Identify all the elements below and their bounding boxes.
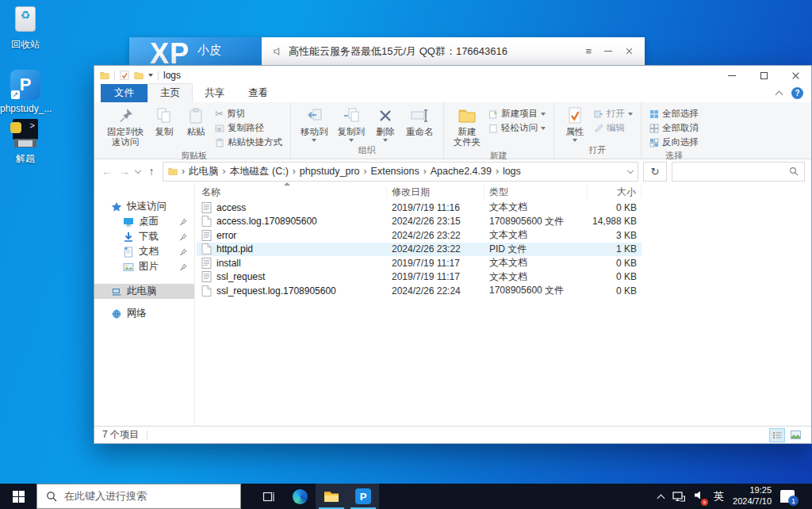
delete-button[interactable]: 删除 <box>370 105 400 144</box>
collapse-ribbon-icon[interactable] <box>776 90 783 98</box>
file-row-highlighted[interactable]: httpd.pid 2024/2/26 23:22PID 文件1 KB <box>197 243 642 257</box>
scissors-icon: ✂ <box>215 109 224 119</box>
sidebar-item-pictures[interactable]: 图片 <box>94 259 194 274</box>
window-title: logs <box>163 70 181 81</box>
file-row[interactable]: access.log.1708905600 2024/2/26 23:15170… <box>197 215 642 229</box>
banner-menu-button[interactable]: ≡ <box>585 45 592 57</box>
input-language-indicator[interactable]: 英 <box>714 489 724 503</box>
file-row[interactable]: install 2019/7/19 11:17文本文档0 KB <box>197 256 642 270</box>
help-icon[interactable]: ? <box>791 87 803 99</box>
breadcrumb-item[interactable]: Extensions <box>371 166 419 177</box>
taskbar-search-input[interactable]: 在此键入进行搜索 <box>36 484 241 509</box>
task-view-button[interactable] <box>252 484 284 509</box>
tab-view[interactable]: 查看 <box>236 84 280 102</box>
file-row[interactable]: access 2019/7/19 11:16文本文档0 KB <box>197 201 642 215</box>
new-item-button[interactable]: 新建项目 <box>486 107 548 121</box>
up-button[interactable]: ↑ <box>145 165 158 178</box>
blank-file-icon <box>201 243 212 254</box>
column-header-type[interactable]: 类型 <box>485 186 588 198</box>
shortcut-arrow-icon: ➚ <box>11 90 20 99</box>
column-header-name[interactable]: 名称 <box>197 186 387 198</box>
qat-properties-icon[interactable] <box>120 71 129 80</box>
sidebar-item-quick-access[interactable]: 快速访问 <box>94 199 194 214</box>
sidebar-item-documents[interactable]: 文档 <box>94 244 194 259</box>
paste-shortcut-button[interactable]: 粘贴快捷方式 <box>213 136 285 149</box>
desktop-icon-recycle-bin[interactable]: ♻ 回收站 <box>0 5 51 52</box>
file-row[interactable]: ssl_request.log.1708905600 2024/2/26 22:… <box>197 284 642 298</box>
ribbon: 固定到快 速访问 复制 粘贴 ✂剪切 W复制路径 粘贴快捷方式 <box>94 102 811 159</box>
minimize-button[interactable] <box>716 66 748 85</box>
open-button[interactable]: 打开 <box>592 107 635 121</box>
address-dropdown-icon[interactable] <box>627 166 634 173</box>
edge-button[interactable] <box>284 484 316 509</box>
pin-to-quick-access-button[interactable]: 固定到快 速访问 <box>103 105 147 149</box>
banner-close-button[interactable] <box>626 48 633 55</box>
close-button[interactable] <box>779 66 811 85</box>
network-tray-icon[interactable] <box>672 492 685 502</box>
desktop-icon-phpstudy[interactable]: P➚ phpstudy_... <box>0 70 51 114</box>
pictures-icon <box>123 262 134 273</box>
properties-button[interactable]: 属性 <box>560 105 590 144</box>
column-header-date[interactable]: 修改日期 <box>387 186 485 198</box>
easy-access-button[interactable]: 轻松访问 <box>486 121 548 135</box>
tab-share[interactable]: 共享 <box>193 84 236 102</box>
start-button[interactable] <box>0 484 36 509</box>
banner-minimize-button[interactable] <box>604 51 612 52</box>
qat-new-folder-icon[interactable] <box>134 71 144 80</box>
edit-pencil-icon <box>594 124 603 133</box>
paste-button[interactable]: 粘贴 <box>181 105 211 139</box>
recent-locations-icon[interactable] <box>135 166 141 173</box>
maximize-button[interactable] <box>748 66 779 85</box>
address-bar: ← → ↑ › 此电脑 › 本地磁盘 (C:) › phpstudy_pro ›… <box>94 159 811 183</box>
file-row[interactable]: error 2024/2/26 23:22文本文档3 KB <box>197 228 642 243</box>
sidebar-item-desktop[interactable]: 桌面 <box>94 214 194 229</box>
invert-selection-button[interactable]: 反向选择 <box>647 136 701 149</box>
select-none-button[interactable]: 全部取消 <box>647 121 701 135</box>
notification-center-button[interactable]: 1 <box>780 490 795 503</box>
move-to-button[interactable]: 移动到 <box>297 105 332 144</box>
column-header-size[interactable]: 大小 <box>588 186 642 198</box>
breadcrumb[interactable]: › 此电脑 › 本地磁盘 (C:) › phpstudy_pro › Exten… <box>163 162 638 182</box>
taskbar-clock[interactable]: 19:25 2024/7/10 <box>733 485 772 507</box>
phpstudy-icon: P <box>355 488 371 504</box>
phpstudy-taskbar-button[interactable]: P <box>347 484 379 509</box>
details-view-button[interactable] <box>769 428 785 442</box>
hidden-icons-chevron[interactable] <box>657 494 665 502</box>
move-to-icon <box>305 108 323 124</box>
breadcrumb-item[interactable]: Apache2.4.39 <box>431 166 492 177</box>
breadcrumb-item[interactable]: logs <box>503 166 521 177</box>
select-all-icon <box>649 109 659 119</box>
tab-file[interactable]: 文件 <box>101 84 147 102</box>
volume-muted-icon[interactable]: × <box>694 489 705 503</box>
qat-customize-dropdown-icon[interactable] <box>148 74 153 77</box>
file-row[interactable]: ssl_request 2019/7/19 11:17文本文档0 KB <box>197 270 642 285</box>
file-explorer-button[interactable] <box>316 484 347 509</box>
thumbnail-view-button[interactable] <box>787 428 803 442</box>
text-file-icon <box>201 258 212 269</box>
breadcrumb-item[interactable]: 此电脑 <box>189 165 219 178</box>
copy-path-button[interactable]: W复制路径 <box>213 121 285 135</box>
new-folder-icon <box>458 108 477 124</box>
sidebar-item-network[interactable]: 网络 <box>94 306 194 321</box>
forward-button[interactable]: → <box>118 165 131 178</box>
refresh-button[interactable]: ↻ <box>643 162 667 182</box>
desktop-icon-jieti[interactable]: > 解题 <box>0 119 51 166</box>
cut-button[interactable]: ✂剪切 <box>213 107 285 121</box>
search-input[interactable] <box>672 162 805 182</box>
select-none-icon <box>649 124 659 133</box>
breadcrumb-item[interactable]: phpstudy_pro <box>300 166 360 177</box>
new-folder-button[interactable]: 新建 文件夹 <box>450 105 485 149</box>
divider <box>158 71 159 80</box>
copy-to-button[interactable]: 复制到 <box>334 105 370 144</box>
edge-icon <box>293 489 308 504</box>
search-icon <box>789 166 799 176</box>
tab-home[interactable]: 主页 <box>147 83 193 102</box>
rename-button[interactable]: 重命名 <box>402 105 438 139</box>
breadcrumb-item[interactable]: 本地磁盘 (C:) <box>230 165 289 178</box>
edit-button[interactable]: 编辑 <box>592 121 635 135</box>
select-all-button[interactable]: 全部选择 <box>647 107 701 121</box>
back-button[interactable]: ← <box>101 165 113 178</box>
sidebar-item-this-pc[interactable]: 此电脑 <box>94 284 194 299</box>
sidebar-item-downloads[interactable]: 下载 <box>94 229 194 244</box>
copy-button[interactable]: 复制 <box>149 105 179 139</box>
